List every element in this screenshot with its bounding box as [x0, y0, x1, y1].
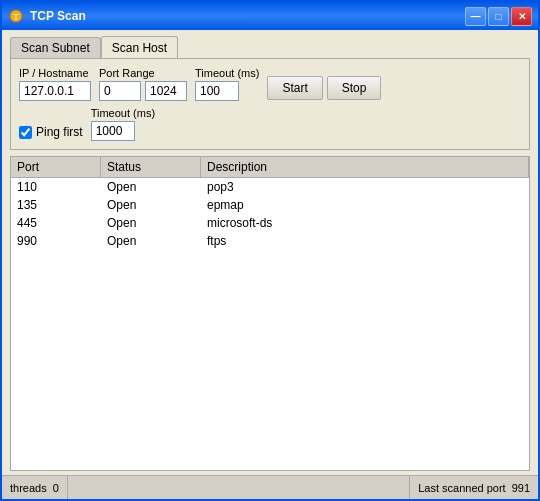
port-range-inputs: [99, 81, 187, 101]
cell-description: microsoft-ds: [201, 214, 529, 232]
col-header-description: Description: [201, 157, 529, 177]
maximize-button[interactable]: □: [488, 7, 509, 26]
results-table: Port Status Description 110 Open pop3 13…: [10, 156, 530, 471]
cell-port: 990: [11, 232, 101, 250]
content-area: Scan Subnet Scan Host IP / Hostname Port…: [2, 30, 538, 471]
table-row[interactable]: 135 Open epmap: [11, 196, 529, 214]
ip-input[interactable]: [19, 81, 91, 101]
ip-group: IP / Hostname: [19, 67, 91, 101]
port-from-input[interactable]: [99, 81, 141, 101]
window-title: TCP Scan: [30, 9, 465, 23]
close-button[interactable]: ✕: [511, 7, 532, 26]
spacer-segment: [68, 476, 410, 499]
status-bar: threads 0 Last scanned port 991: [2, 475, 538, 499]
threads-label: threads: [10, 482, 47, 494]
last-scanned-label: Last scanned port: [418, 482, 505, 494]
cell-status: Open: [101, 232, 201, 250]
ping-timeout-label: Timeout (ms): [91, 107, 155, 119]
col-header-status: Status: [101, 157, 201, 177]
tabs-row: Scan Subnet Scan Host: [10, 36, 530, 58]
ping-timeout-group: Timeout (ms): [91, 107, 155, 141]
port-to-input[interactable]: [145, 81, 187, 101]
table-body: 110 Open pop3 135 Open epmap 445 Open mi…: [11, 178, 529, 470]
timeout-group: Timeout (ms): [195, 67, 259, 101]
table-row[interactable]: 110 Open pop3: [11, 178, 529, 196]
cell-description: epmap: [201, 196, 529, 214]
main-window: T TCP Scan — □ ✕ Scan Subnet Scan Host I…: [0, 0, 540, 501]
table-row[interactable]: 445 Open microsoft-ds: [11, 214, 529, 232]
last-scanned-segment: Last scanned port 991: [410, 476, 538, 499]
form-row-2: Ping first Timeout (ms): [19, 107, 521, 141]
threads-value: 0: [53, 482, 59, 494]
ping-first-group: Ping first: [19, 125, 83, 141]
cell-status: Open: [101, 214, 201, 232]
timeout-label: Timeout (ms): [195, 67, 259, 79]
action-buttons: Start Stop: [267, 76, 381, 101]
table-row[interactable]: 990 Open ftps: [11, 232, 529, 250]
ip-label: IP / Hostname: [19, 67, 91, 79]
app-icon: T: [8, 8, 24, 24]
col-header-port: Port: [11, 157, 101, 177]
minimize-button[interactable]: —: [465, 7, 486, 26]
tab-scan-host[interactable]: Scan Host: [101, 36, 178, 58]
cell-port: 445: [11, 214, 101, 232]
timeout-input[interactable]: [195, 81, 239, 101]
cell-description: pop3: [201, 178, 529, 196]
port-range-label: Port Range: [99, 67, 187, 79]
cell-port: 110: [11, 178, 101, 196]
tab-scan-subnet[interactable]: Scan Subnet: [10, 37, 101, 58]
cell-status: Open: [101, 196, 201, 214]
start-button[interactable]: Start: [267, 76, 322, 100]
ping-timeout-input[interactable]: [91, 121, 135, 141]
ping-first-checkbox[interactable]: [19, 126, 32, 139]
tab-panel: IP / Hostname Port Range Timeout (ms) St…: [10, 58, 530, 150]
ping-first-label: Ping first: [36, 125, 83, 139]
title-bar: T TCP Scan — □ ✕: [2, 2, 538, 30]
last-scanned-value: 991: [512, 482, 530, 494]
form-row-1: IP / Hostname Port Range Timeout (ms) St…: [19, 67, 521, 101]
title-bar-buttons: — □ ✕: [465, 7, 532, 26]
svg-text:T: T: [13, 12, 19, 22]
cell-status: Open: [101, 178, 201, 196]
cell-port: 135: [11, 196, 101, 214]
stop-button[interactable]: Stop: [327, 76, 382, 100]
port-range-group: Port Range: [99, 67, 187, 101]
table-header: Port Status Description: [11, 157, 529, 178]
threads-segment: threads 0: [2, 476, 68, 499]
cell-description: ftps: [201, 232, 529, 250]
